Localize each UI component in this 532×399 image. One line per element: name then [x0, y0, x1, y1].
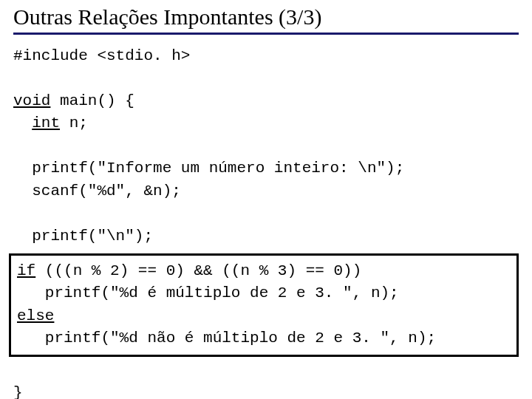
keyword-if: if [17, 262, 35, 279]
code-line: printf("Informe um número inteiro: \n"); [13, 160, 404, 177]
code-line: printf("%d é múltiplo de 2 e 3. ", n); [17, 284, 399, 301]
slide-content: Outras Relações Impontantes (3/3) #inclu… [0, 0, 532, 399]
code-line: printf("%d não é múltiplo de 2 e 3. ", n… [17, 330, 436, 347]
code-line: scanf("%d", &n); [13, 183, 181, 200]
code-text: (((n % 2) == 0) && ((n % 3) == 0)) [35, 262, 361, 279]
keyword-void: void [13, 92, 50, 109]
code-line: #include <stdio. h> [13, 47, 190, 64]
highlight-box: if (((n % 2) == 0) && ((n % 3) == 0)) pr… [9, 253, 519, 357]
keyword-int: int [32, 115, 60, 132]
slide-title: Outras Relações Impontantes (3/3) [13, 4, 519, 35]
keyword-else: else [17, 307, 54, 324]
code-line: } [13, 384, 23, 399]
code-line: printf("\n"); [13, 228, 153, 245]
code-text: n; [60, 115, 88, 132]
code-text: main() { [50, 92, 134, 109]
code-listing: #include <stdio. h> void main() { int n;… [13, 45, 519, 399]
